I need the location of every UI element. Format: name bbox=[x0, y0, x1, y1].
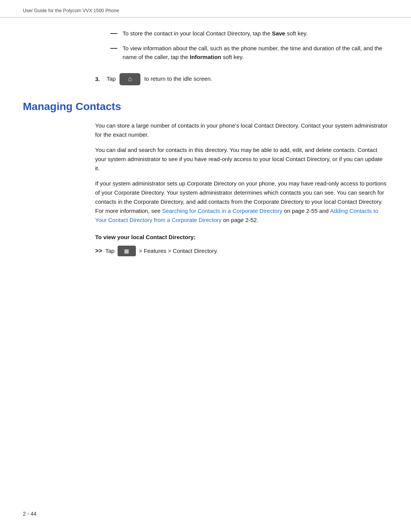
tap-rest: > Features > Contact Directory. bbox=[139, 248, 218, 254]
home-button[interactable]: ⌂ bbox=[119, 73, 140, 85]
tap-label: Tap bbox=[105, 248, 115, 254]
section-title: Managing Contacts bbox=[23, 101, 388, 113]
paragraph-2: You can dial and search for contacts in … bbox=[95, 145, 388, 173]
tap-arrow-icon: >> bbox=[95, 248, 102, 254]
step-number: 3. bbox=[95, 76, 103, 82]
page-header: User Guide for the Polycom VVX 1500 Phon… bbox=[0, 0, 411, 18]
home-icon: ⌂ bbox=[128, 74, 132, 84]
header-text: User Guide for the Polycom VVX 1500 Phon… bbox=[23, 8, 119, 13]
bullet-text-2: To view information about the call, such… bbox=[123, 44, 388, 62]
paragraph-3-part2: on page 2-55 and bbox=[282, 208, 330, 214]
subsection-title: To view your local Contact Directory: bbox=[95, 234, 388, 240]
step-3: 3. Tap ⌂ to return to the idle screen. bbox=[23, 73, 388, 85]
bullet-item-1: — To store the contact in your local Con… bbox=[110, 29, 388, 38]
paragraph-3-part3: on page 2-52. bbox=[221, 217, 258, 223]
bullet-section: — To store the contact in your local Con… bbox=[23, 29, 388, 62]
paragraph-3: If your system administrator sets up Cor… bbox=[95, 179, 388, 225]
main-section: You can store a large number of contacts… bbox=[23, 121, 388, 256]
menu-icon: ▦ bbox=[124, 248, 129, 254]
paragraph-1: You can store a large number of contacts… bbox=[95, 121, 388, 139]
menu-button[interactable]: ▦ bbox=[118, 246, 136, 256]
bullet-dash-1: — bbox=[110, 28, 117, 38]
step-text: Tap ⌂ to return to the idle screen. bbox=[107, 73, 212, 85]
bullet-item-2: — To view information about the call, su… bbox=[110, 44, 388, 62]
link-searching-corporate[interactable]: Searching for Contacts in a Corporate Di… bbox=[162, 208, 282, 214]
bullet-dash-2: — bbox=[110, 43, 117, 53]
tap-row: >> Tap ▦ > Features > Contact Directory. bbox=[95, 246, 388, 256]
bullet-text-1: To store the contact in your local Conta… bbox=[123, 29, 307, 38]
page-footer: 2 - 44 bbox=[23, 511, 37, 517]
page-number: 2 - 44 bbox=[23, 511, 37, 517]
page-content: — To store the contact in your local Con… bbox=[0, 18, 411, 279]
managing-contacts-section: Managing Contacts You can store a large … bbox=[23, 101, 388, 256]
